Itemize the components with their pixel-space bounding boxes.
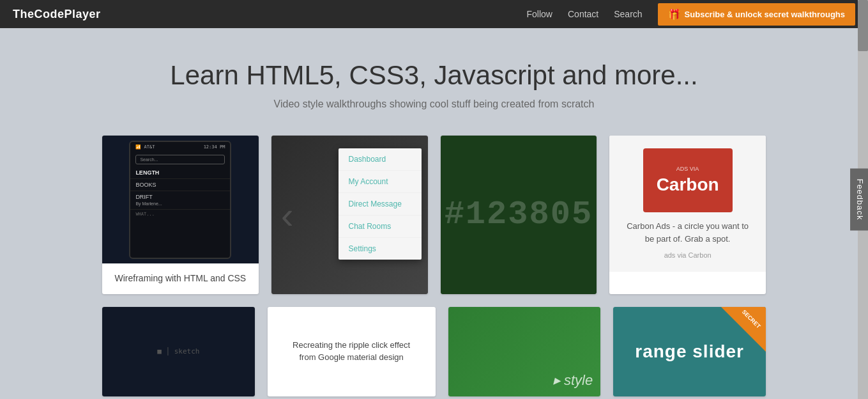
arrow-icon: ‹ xyxy=(281,192,294,237)
card-ripple-bottom-title: Recreating the ripple click effect from … xyxy=(293,340,410,361)
gift-icon: 🎁 xyxy=(668,8,681,20)
hero-subtitle: Video style walkthroughs showing cool st… xyxy=(13,98,855,110)
card-wireframing[interactable]: 📶 AT&T 12:34 PM Search... LENGTH BOOKS D… xyxy=(102,136,259,294)
card-wireframing-bottom-image: ■ │ sketch xyxy=(102,307,255,396)
nav-contact[interactable]: Contact xyxy=(568,9,598,19)
card-wireframing-body: Wireframing with HTML and CSS xyxy=(102,263,259,294)
phone-item-length: LENGTH xyxy=(130,167,230,179)
card-range-image: range slider SECRET xyxy=(613,307,766,396)
carbon-logo: ADS VIA Carbon xyxy=(643,148,733,212)
hero-section: Learn HTML5, CSS3, Javascript and more..… xyxy=(0,28,868,136)
wireframe-bottom-hint: ■ │ sketch xyxy=(157,347,199,356)
card-ripple-bottom-body: Recreating the ripple click effect from … xyxy=(275,331,428,372)
carbon-via: ads via Carbon xyxy=(664,251,712,259)
card-wireframing-title: Wireframing with HTML and CSS xyxy=(115,273,247,283)
phone-item-what: WHAT... xyxy=(130,210,230,219)
card-wireframing-image: 📶 AT&T 12:34 PM Search... LENGTH BOOKS D… xyxy=(102,136,259,263)
card-ripple[interactable]: ‹ Dashboard My Account Direct Message Ch… xyxy=(271,136,428,294)
menu-item-settings: Settings xyxy=(339,238,422,260)
nav-search[interactable]: Search xyxy=(614,9,642,19)
carbon-ad-text: Carbon Ads - a circle you want to be par… xyxy=(622,220,753,245)
card-hexclock-image: #123805 xyxy=(441,136,597,294)
carbon-ad-container: ADS VIA Carbon Carbon Ads - a circle you… xyxy=(609,136,766,272)
feedback-tab[interactable]: Feedback xyxy=(850,168,868,230)
phone-item-drift: DRIFTBy Marlene... xyxy=(130,191,230,210)
phone-search-box: Search... xyxy=(135,155,225,164)
carbon-brand: Carbon xyxy=(657,175,719,195)
green-style-text: ▸ style xyxy=(553,372,593,389)
nav-links: Follow Contact Search 🎁 Subscribe & unlo… xyxy=(527,3,855,26)
carbon-ad-top: ADS VIA xyxy=(676,166,699,172)
cards-second-row: ■ │ sketch Recreating the ripple click e… xyxy=(0,307,868,396)
card-ripple-bottom[interactable]: Recreating the ripple click effect from … xyxy=(268,307,436,396)
navbar: TheCodePlayer Follow Contact Search 🎁 Su… xyxy=(0,0,868,28)
menu-item-account: My Account xyxy=(339,171,422,193)
subscribe-button[interactable]: 🎁 Subscribe & unlock secret walkthroughs xyxy=(658,3,855,26)
hero-title: Learn HTML5, CSS3, Javascript and more..… xyxy=(13,60,855,91)
card-hexclock[interactable]: #123805 Making a hexadecimal color clock… xyxy=(441,136,597,294)
phone-mockup: 📶 AT&T 12:34 PM Search... LENGTH BOOKS D… xyxy=(129,141,231,259)
ripple-menu: Dashboard My Account Direct Message Chat… xyxy=(339,148,422,260)
card-range-slider[interactable]: range slider SECRET xyxy=(613,307,766,396)
phone-status-bar: 📶 AT&T 12:34 PM xyxy=(130,142,230,152)
card-green-image: ▸ style xyxy=(448,307,601,396)
menu-item-dashboard: Dashboard xyxy=(339,148,422,171)
nav-follow[interactable]: Follow xyxy=(527,9,552,19)
hex-display: #123805 xyxy=(445,196,593,233)
phone-item-books: BOOKS xyxy=(130,179,230,191)
menu-item-dm: Direct Message xyxy=(339,193,422,215)
menu-item-chatrooms: Chat Rooms xyxy=(339,215,422,238)
card-carbon-ad[interactable]: ADS VIA Carbon Carbon Ads - a circle you… xyxy=(609,136,766,294)
card-ripple-image: ‹ Dashboard My Account Direct Message Ch… xyxy=(271,136,428,294)
subscribe-label: Subscribe & unlock secret walkthroughs xyxy=(685,10,845,19)
site-brand[interactable]: TheCodePlayer xyxy=(13,8,101,21)
card-green-style[interactable]: ▸ style xyxy=(448,307,601,396)
scrollbar-thumb[interactable] xyxy=(858,0,868,51)
cards-grid: 📶 AT&T 12:34 PM Search... LENGTH BOOKS D… xyxy=(0,136,868,294)
card-wireframing-bottom[interactable]: ■ │ sketch xyxy=(102,307,255,396)
